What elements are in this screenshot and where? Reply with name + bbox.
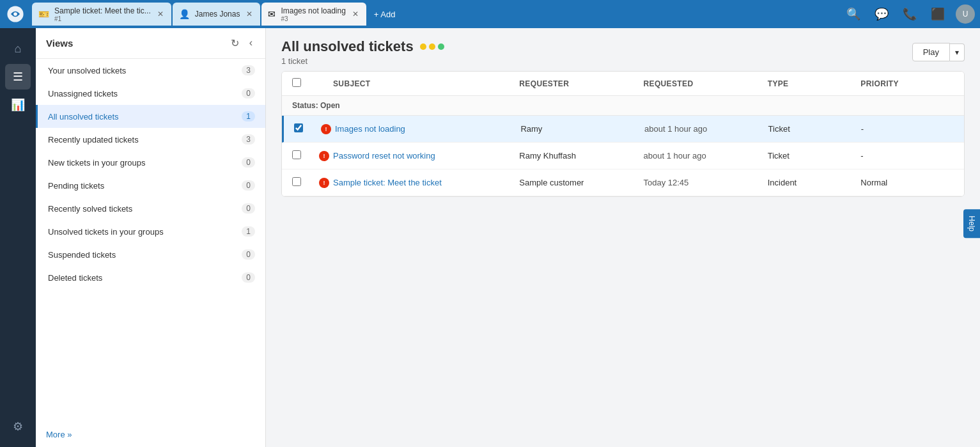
th-type: Type (768, 79, 861, 88)
tab-images-not-loading[interactable]: ✉ Images not loading #3 ✕ (261, 3, 366, 26)
avatar[interactable]: U (956, 4, 975, 24)
content-header: All unsolved tickets 1 ticket Play ▾ (266, 28, 980, 71)
status-dot-0 (420, 43, 426, 50)
sidebar-item-all-unsolved[interactable]: All unsolved tickets 1 (36, 105, 265, 128)
tab-sample-ticket-label: Sample ticket: Meet the tic... (54, 6, 151, 15)
table-row[interactable]: ! Password reset not working Ramy Khuffa… (282, 143, 964, 169)
play-dropdown-button[interactable]: ▾ (950, 43, 965, 61)
sidebar-item-new-in-groups[interactable]: New tickets in your groups 0 (36, 151, 265, 174)
checkbox-row2[interactable] (292, 150, 301, 159)
tab-sample-ticket-sub: #1 (54, 15, 151, 22)
row-subject-row3: Sample ticket: Meet the ticket (333, 178, 519, 187)
tab-james-jonas[interactable]: 👤 James Jonas ✕ (173, 3, 261, 26)
sidebar-more-button[interactable]: More » (36, 422, 265, 447)
select-all-checkbox[interactable] (292, 78, 301, 87)
sidebar-item-unassigned[interactable]: Unassigned tickets 0 (36, 82, 265, 105)
add-tab-label: + Add (374, 10, 396, 19)
row-requester-row2: Ramy Khuffash (519, 151, 643, 161)
sidebar: Views ↻ ‹ Your unsolved tickets 3 Unassi… (36, 28, 266, 447)
row-status-icon-row3: ! (315, 178, 333, 188)
add-tab-button[interactable]: + Add (368, 7, 402, 22)
rail-home-icon[interactable]: ⌂ (5, 36, 31, 61)
sidebar-item-recently-updated[interactable]: Recently updated tickets 3 (36, 128, 265, 151)
table-container: Subject Requester Requested Type Priorit… (266, 71, 980, 447)
row-checkbox-row1[interactable] (294, 123, 317, 134)
tab-bar: 🎫 Sample ticket: Meet the tic... #1 ✕ 👤 … (0, 0, 980, 28)
sidebar-item-count-pending: 0 (242, 180, 255, 191)
row-status-icon-row2: ! (315, 151, 333, 161)
sidebar-item-label-suspended: Suspended tickets (48, 250, 116, 260)
sidebar-refresh-button[interactable]: ↻ (228, 36, 242, 51)
sidebar-item-recently-solved[interactable]: Recently solved tickets 0 (36, 197, 265, 220)
row-priority-row2: - (860, 151, 954, 161)
urgent-icon: ! (321, 124, 331, 134)
chat-icon[interactable]: 💬 (871, 4, 892, 24)
play-button[interactable]: Play (912, 43, 950, 61)
checkbox-row3[interactable] (292, 177, 301, 186)
row-checkbox-row3[interactable] (292, 177, 315, 188)
tab-images-close[interactable]: ✕ (351, 8, 360, 20)
rail-reports-icon[interactable]: 📊 (5, 92, 31, 118)
tab-sample-ticket[interactable]: 🎫 Sample ticket: Meet the tic... #1 ✕ (32, 3, 171, 26)
status-row: Status: Open (282, 96, 964, 116)
phone-icon[interactable]: 📞 (899, 4, 920, 24)
table-row[interactable]: ! Images not loading Ramy about 1 hour a… (282, 116, 964, 143)
sidebar-item-label-recently-updated: Recently updated tickets (48, 135, 139, 145)
row-type-row1: Ticket (768, 124, 861, 134)
sidebar-item-count-new-in-groups: 0 (242, 157, 255, 168)
sidebar-item-pending[interactable]: Pending tickets 0 (36, 174, 265, 197)
row-requester-row3: Sample customer (519, 178, 643, 187)
sidebar-item-label-your-unsolved: Your unsolved tickets (48, 66, 126, 75)
urgent-icon: ! (319, 178, 329, 188)
rail-views-icon[interactable]: ☰ (5, 64, 31, 90)
person-tab-icon: 👤 (179, 9, 190, 19)
content-title-row: All unsolved tickets (281, 38, 444, 55)
apps-icon[interactable]: ⬛ (928, 4, 948, 24)
status-dot-2 (438, 43, 444, 50)
th-requested: Requested (644, 79, 768, 88)
th-requester: Requester (519, 79, 643, 88)
checkbox-row1[interactable] (294, 123, 303, 132)
tab-james-jonas-label: James Jonas (195, 10, 240, 19)
sidebar-item-your-unsolved[interactable]: Your unsolved tickets 3 (36, 59, 265, 82)
sidebar-item-suspended[interactable]: Suspended tickets 0 (36, 243, 265, 266)
sidebar-item-deleted[interactable]: Deleted tickets 0 (36, 266, 265, 289)
sidebar-item-count-recently-updated: 3 (242, 134, 255, 145)
tab-bar-actions: 🔍 💬 📞 ⬛ U (843, 4, 975, 24)
search-icon[interactable]: 🔍 (843, 4, 864, 24)
sidebar-list: Your unsolved tickets 3 Unassigned ticke… (36, 59, 265, 422)
status-label: Status: (292, 101, 318, 110)
tab-james-jonas-close[interactable]: ✕ (245, 8, 254, 20)
sidebar-item-count-unsolved-groups: 1 (242, 226, 255, 237)
tab-images-label: Images not loading (281, 6, 345, 15)
sidebar-actions: ↻ ‹ (228, 36, 255, 51)
urgent-icon: ! (319, 151, 329, 161)
row-checkbox-row2[interactable] (292, 150, 315, 161)
sidebar-item-unsolved-groups[interactable]: Unsolved tickets in your groups 1 (36, 220, 265, 243)
ticket-rows: ! Images not loading Ramy about 1 hour a… (282, 116, 964, 196)
content-subtitle: 1 ticket (281, 56, 444, 66)
row-requested-row2: about 1 hour ago (644, 151, 768, 161)
sidebar-collapse-button[interactable]: ‹ (247, 36, 255, 51)
sidebar-item-label-pending: Pending tickets (48, 181, 104, 191)
row-priority-row1: - (861, 124, 954, 134)
sidebar-item-label-deleted: Deleted tickets (48, 273, 102, 283)
th-priority: Priority (860, 79, 954, 88)
row-requester-row1: Ramy (520, 124, 644, 134)
help-button[interactable]: Help (963, 209, 980, 238)
row-subject-row1: Images not loading (335, 124, 520, 134)
ticket-tab-icon: 🎫 (38, 9, 49, 19)
play-button-group: Play ▾ (912, 43, 965, 61)
sidebar-item-label-unassigned: Unassigned tickets (48, 89, 118, 98)
table-row[interactable]: ! Sample ticket: Meet the ticket Sample … (282, 169, 964, 196)
sidebar-title: Views (46, 38, 73, 49)
sidebar-item-label-new-in-groups: New tickets in your groups (48, 158, 145, 168)
icon-rail: ⌂ ☰ 📊 ⚙ (0, 28, 36, 447)
status-dot-1 (429, 43, 435, 50)
svg-point-1 (13, 12, 17, 16)
rail-settings-icon[interactable]: ⚙ (5, 414, 31, 439)
content-area: All unsolved tickets 1 ticket Play ▾ Sub… (266, 28, 980, 447)
tab-sample-ticket-close[interactable]: ✕ (156, 8, 165, 20)
row-priority-row3: Normal (860, 178, 954, 187)
sidebar-item-count-all-unsolved: 1 (242, 111, 255, 122)
